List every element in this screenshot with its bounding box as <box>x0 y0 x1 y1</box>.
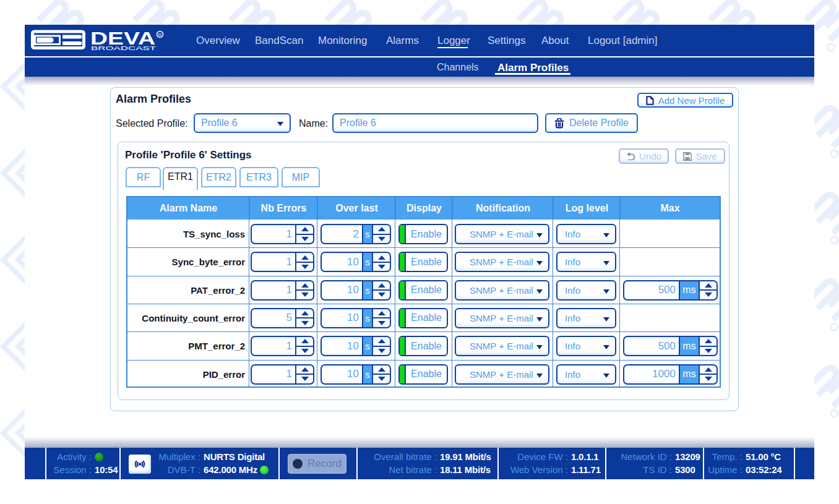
svg-text:R: R <box>158 32 162 38</box>
svg-text:BROADCAST: BROADCAST <box>91 45 156 51</box>
